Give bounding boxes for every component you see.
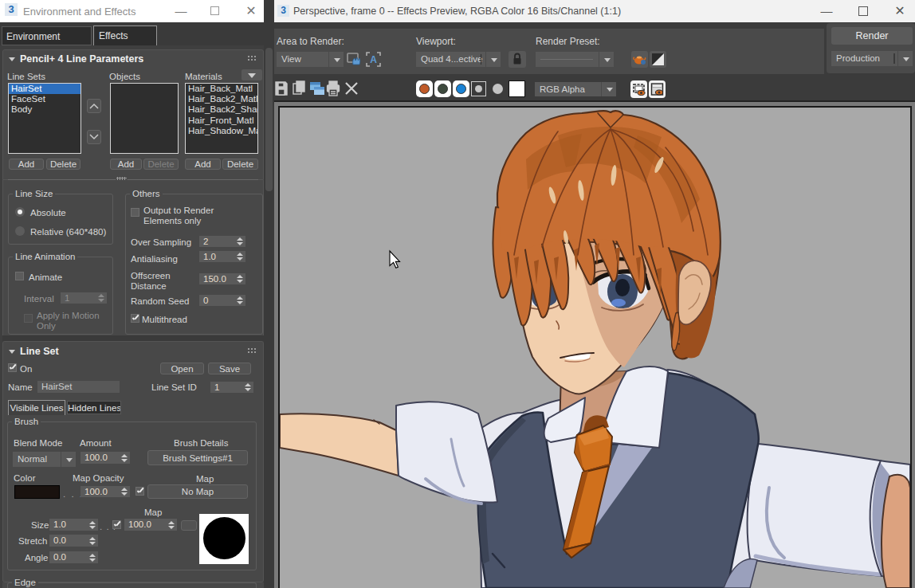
svg-text:A: A (370, 54, 377, 65)
